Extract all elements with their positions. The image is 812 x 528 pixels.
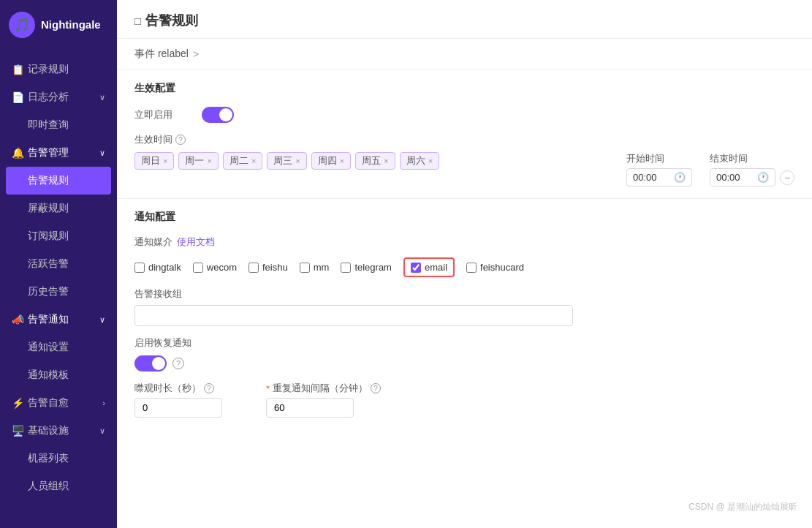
chevron-down-icon: ∨ bbox=[99, 315, 105, 325]
sidebar-item-basic-settings[interactable]: 🖥️ 基础设施 ∨ bbox=[0, 417, 117, 445]
clock-icon-end: 🕐 bbox=[757, 172, 769, 183]
channel-label-telegram: telegram bbox=[354, 262, 392, 273]
channel-label-email: email bbox=[425, 262, 447, 273]
doc-link[interactable]: 使用文档 bbox=[177, 235, 215, 249]
day-tag-sun[interactable]: 周日 × bbox=[134, 152, 174, 170]
enable-label: 立即启用 bbox=[134, 108, 193, 121]
sidebar-item-shield-rules[interactable]: 屏蔽规则 bbox=[0, 195, 117, 222]
remove-tue-icon[interactable]: × bbox=[251, 156, 256, 165]
logo: 🎵 Nightingale bbox=[0, 0, 117, 50]
alert-management-icon: 🔔 bbox=[12, 147, 23, 159]
channel-feishu[interactable]: feishu bbox=[248, 262, 288, 273]
breadcrumb: 事件 relabel > bbox=[117, 39, 812, 70]
end-time-row: 🕐 − bbox=[710, 168, 794, 186]
sidebar-item-notify-settings[interactable]: 通知设置 bbox=[0, 333, 117, 361]
mm-checkbox[interactable] bbox=[300, 263, 310, 273]
day-tag-thu[interactable]: 周四 × bbox=[311, 152, 351, 170]
sidebar-item-notify-template[interactable]: 通知模板 bbox=[0, 361, 117, 389]
day-tag-sat[interactable]: 周六 × bbox=[400, 152, 439, 170]
day-tag-mon[interactable]: 周一 × bbox=[178, 152, 218, 170]
remove-wed-icon[interactable]: × bbox=[295, 156, 300, 165]
sidebar-item-label: 基础设施 bbox=[28, 424, 69, 437]
silence-input[interactable] bbox=[134, 398, 222, 418]
sidebar-item-alert-rules[interactable]: 告警规则 bbox=[6, 167, 111, 195]
remove-fri-icon[interactable]: × bbox=[384, 156, 388, 165]
sidebar-item-alert-management[interactable]: 🔔 告警管理 ∨ bbox=[0, 139, 117, 167]
clock-icon: 🕐 bbox=[674, 172, 686, 183]
sidebar-item-alert-notify[interactable]: 📣 告警通知 ∨ bbox=[0, 306, 117, 333]
silence-help-icon[interactable]: ? bbox=[204, 383, 214, 393]
telegram-checkbox[interactable] bbox=[341, 263, 351, 273]
notify-config-section: 通知配置 通知媒介 使用文档 dingtalk wecom feishu mm bbox=[117, 199, 812, 429]
day-tag-wed[interactable]: 周三 × bbox=[267, 152, 306, 170]
page-title-text: 告警规则 bbox=[145, 12, 198, 29]
channel-email[interactable]: email bbox=[403, 257, 455, 277]
day-tag-fri[interactable]: 周五 × bbox=[355, 152, 395, 170]
sidebar-item-label: 记录规则 bbox=[28, 63, 69, 76]
remove-thu-icon[interactable]: × bbox=[340, 156, 344, 165]
start-time-input[interactable] bbox=[633, 172, 669, 183]
sidebar-item-people-org[interactable]: 人员组织 bbox=[0, 472, 117, 500]
sidebar-item-label: 活跃告警 bbox=[28, 257, 69, 271]
end-time-label: 结束时间 bbox=[710, 152, 794, 165]
channel-telegram[interactable]: telegram bbox=[341, 262, 392, 273]
page-title: □ 告警规则 bbox=[134, 12, 794, 29]
sidebar-item-label: 屏蔽规则 bbox=[28, 202, 69, 215]
repeat-help-icon[interactable]: ? bbox=[371, 383, 381, 393]
recovery-toggle[interactable] bbox=[134, 355, 167, 372]
sidebar-item-subscription-rules[interactable]: 订阅规则 bbox=[0, 222, 117, 250]
silence-label: 噤观时长（秒） ? bbox=[134, 382, 222, 395]
effective-config-section: 生效配置 立即启用 生效时间 ? 周日 × bbox=[117, 70, 812, 199]
enable-toggle[interactable] bbox=[202, 107, 234, 123]
breadcrumb-event-label[interactable]: 事件 relabel bbox=[134, 48, 189, 61]
wecom-checkbox[interactable] bbox=[193, 263, 203, 273]
recipient-input[interactable] bbox=[134, 305, 573, 326]
start-time-input-wrap: 🕐 bbox=[626, 168, 692, 186]
sidebar-item-alert-self[interactable]: ⚡ 告警自愈 › bbox=[0, 389, 117, 417]
channel-feishucard[interactable]: feishucard bbox=[466, 262, 524, 273]
sidebar-item-machine-list[interactable]: 机器列表 bbox=[0, 445, 117, 472]
sidebar-item-active-alerts[interactable]: 活跃告警 bbox=[0, 250, 117, 278]
time-help-icon[interactable]: ? bbox=[175, 135, 186, 145]
feishucard-checkbox[interactable] bbox=[466, 263, 477, 273]
page-title-icon: □ bbox=[134, 15, 141, 27]
chevron-down-icon: ∨ bbox=[99, 148, 105, 158]
recovery-help-icon[interactable]: ? bbox=[172, 358, 184, 369]
sidebar-item-label: 订阅规则 bbox=[28, 230, 69, 243]
sidebar-item-label: 历史告警 bbox=[28, 285, 69, 298]
sidebar-item-history-alerts[interactable]: 历史告警 bbox=[0, 278, 117, 306]
channel-dingtalk[interactable]: dingtalk bbox=[134, 262, 181, 273]
channels-row: dingtalk wecom feishu mm telegram email bbox=[134, 257, 794, 277]
sidebar-item-record-rules[interactable]: 📋 记录规则 bbox=[0, 56, 117, 83]
repeat-label: * 重复通知间隔（分钟） ? bbox=[266, 382, 381, 395]
day-tag-tue[interactable]: 周二 × bbox=[223, 152, 262, 170]
sidebar-item-label: 告警规则 bbox=[28, 174, 69, 187]
channel-label-wecom: wecom bbox=[207, 262, 237, 273]
repeat-input[interactable] bbox=[266, 398, 354, 418]
duration-row: 噤观时长（秒） ? * 重复通知间隔（分钟） ? bbox=[134, 382, 794, 418]
remove-time-range-button[interactable]: − bbox=[780, 170, 794, 185]
sidebar-nav: 📋 记录规则 📄 日志分析 ∨ 即时查询 🔔 告警管理 ∨ 告警规则 屏蔽规则 … bbox=[0, 50, 117, 528]
remove-sun-icon[interactable]: × bbox=[163, 156, 167, 165]
email-checkbox[interactable] bbox=[411, 263, 421, 273]
feishu-checkbox[interactable] bbox=[248, 263, 259, 273]
channel-mm[interactable]: mm bbox=[300, 262, 330, 273]
end-time-input[interactable] bbox=[716, 172, 753, 183]
time-label-row: 生效时间 ? bbox=[134, 133, 794, 146]
media-label: 通知媒介 bbox=[134, 235, 172, 249]
alert-self-icon: ⚡ bbox=[12, 397, 23, 409]
remove-sat-icon[interactable]: × bbox=[428, 156, 433, 165]
record-rules-icon: 📋 bbox=[12, 64, 23, 75]
time-tags: 周日 × 周一 × 周二 × 周三 × bbox=[134, 152, 609, 170]
media-label-row: 通知媒介 使用文档 bbox=[134, 235, 794, 249]
remove-mon-icon[interactable]: × bbox=[207, 156, 211, 165]
sidebar-item-label: 告警自愈 bbox=[28, 396, 69, 410]
channel-wecom[interactable]: wecom bbox=[193, 262, 237, 273]
dingtalk-checkbox[interactable] bbox=[134, 263, 145, 273]
chevron-down-icon: ∨ bbox=[99, 93, 105, 102]
sidebar-item-instant-query[interactable]: 即时查询 bbox=[0, 111, 117, 139]
sidebar-item-label: 即时查询 bbox=[28, 118, 69, 132]
silence-group: 噤观时长（秒） ? bbox=[134, 382, 222, 418]
sidebar-item-log-analysis[interactable]: 📄 日志分析 ∨ bbox=[0, 83, 117, 111]
sidebar-item-label: 通知设置 bbox=[28, 341, 69, 354]
